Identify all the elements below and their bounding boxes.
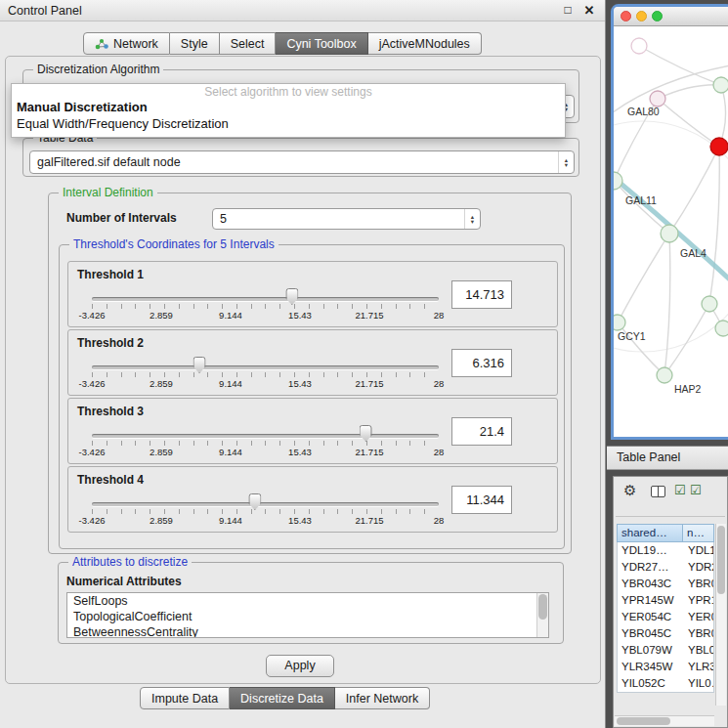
table-row[interactable]: YBR043CYBR0…	[618, 576, 713, 592]
slider-thumb[interactable]	[248, 493, 261, 510]
interval-definition-group: Interval Definition Number of Intervals …	[48, 193, 572, 554]
combo-stepper-icon[interactable]: ▴ ▾	[558, 151, 574, 173]
horizontal-scrollbar[interactable]	[615, 715, 714, 726]
table-row[interactable]: YBL079WYBL0…	[618, 642, 713, 659]
table-row[interactable]: YBR045CYBR0…	[618, 625, 713, 642]
list-item[interactable]: SelfLoops	[67, 593, 548, 609]
table-cell[interactable]: YLR345W	[618, 659, 684, 675]
table-cell[interactable]: YBR0…	[684, 576, 713, 592]
table-cell[interactable]: YDL1…	[684, 542, 713, 559]
list-item[interactable]: TopologicalCoefficient	[67, 609, 548, 624]
tab-jactivemnodules[interactable]: jActiveMNodules	[368, 32, 482, 55]
table-row[interactable]: YDL19…YDL1…	[618, 542, 713, 559]
threshold-1-slider[interactable]: -3.426 2.859 9.144 15.43 21.715 28	[92, 285, 439, 324]
network-node[interactable]	[657, 367, 672, 383]
network-canvas[interactable]: GAL80GAL11GAL4GCY1HAP2	[614, 26, 728, 437]
slider-thumb[interactable]	[360, 425, 372, 442]
network-window-titlebar[interactable]	[614, 7, 728, 26]
gear-icon[interactable]: ⚙	[623, 482, 636, 499]
threshold-4-value[interactable]: 11.344	[451, 486, 512, 514]
table-cell[interactable]: YER054C	[618, 609, 684, 625]
network-node[interactable]	[661, 225, 678, 242]
tick-label: -3.426	[79, 515, 106, 526]
slider-ticks	[92, 372, 439, 377]
threshold-2-slider[interactable]: -3.426 2.859 9.144 15.43 21.715 28	[92, 354, 439, 393]
threshold-1-value[interactable]: 14.713	[451, 280, 512, 309]
network-node[interactable]	[631, 38, 647, 54]
slider-thumb[interactable]	[193, 357, 206, 373]
table-cell[interactable]: YIL0…	[684, 675, 713, 692]
table-cell[interactable]: YBL079W	[618, 642, 684, 659]
select-all-check-icon[interactable]: ☑	[674, 483, 686, 497]
tick-label: 21.715	[355, 447, 383, 457]
network-node[interactable]	[614, 315, 625, 330]
scrollbar-thumb[interactable]	[717, 526, 725, 594]
tab-infer-network[interactable]: Infer Network	[335, 687, 430, 709]
network-node[interactable]	[614, 172, 622, 190]
list-scrollbar[interactable]	[536, 593, 548, 637]
control-panel-titlebar[interactable]: Control Panel □ ✕	[0, 0, 605, 21]
popup-option-manual[interactable]: Manual Discretization	[12, 100, 565, 116]
float-window-icon[interactable]: □	[560, 3, 576, 17]
cyni-toolbox-panel: Discretization Algorithm ▴ ▾ Select algo…	[5, 56, 601, 684]
table-row[interactable]: YIL052CYIL0…	[618, 675, 713, 692]
table-cell[interactable]: YBR0…	[684, 625, 713, 642]
table-cell[interactable]: YBR045C	[618, 625, 684, 642]
table-cell[interactable]: YPR145W	[618, 592, 684, 609]
vertical-scrollbar[interactable]	[715, 524, 726, 706]
table-panel-header[interactable]: Table Panel	[607, 446, 728, 470]
threshold-3-value[interactable]: 21.4	[451, 417, 512, 446]
tab-discretize-data[interactable]: Discretize Data	[230, 687, 335, 709]
slider-thumb[interactable]	[285, 288, 298, 305]
network-node[interactable]	[713, 77, 728, 93]
columns-icon[interactable]	[651, 486, 665, 497]
tick-label: 15.43	[288, 447, 312, 457]
select-none-check-icon[interactable]: ☑	[690, 483, 702, 497]
threshold-3-slider[interactable]: -3.426 2.859 9.144 15.43 21.715 28	[92, 422, 439, 461]
tab-select[interactable]: Select	[220, 32, 277, 55]
close-traffic-icon[interactable]	[621, 11, 631, 21]
scrollbar-thumb[interactable]	[538, 594, 547, 620]
threshold-2-value[interactable]: 6.316	[451, 349, 512, 377]
minimize-traffic-icon[interactable]	[636, 11, 647, 21]
zoom-traffic-icon[interactable]	[652, 11, 663, 21]
num-intervals-combo[interactable]: 5 ▴ ▾	[212, 208, 481, 230]
network-node[interactable]	[650, 91, 665, 107]
table-cell[interactable]: YDR27…	[618, 559, 684, 576]
slider-track[interactable]	[92, 365, 439, 369]
table-cell[interactable]: YDR2…	[684, 559, 713, 576]
table-cell[interactable]: YBR043C	[618, 576, 684, 592]
table-row[interactable]: YDR27…YDR2…	[618, 559, 713, 576]
threshold-label: Threshold 3	[77, 405, 144, 418]
table-row[interactable]: YER054CYER0…	[618, 609, 713, 625]
slider-track[interactable]	[92, 502, 439, 506]
popup-option-equal-width[interactable]: Equal Width/Frequency Discretization	[12, 116, 565, 133]
table-cell[interactable]: YER0…	[684, 609, 713, 625]
table-row[interactable]: YPR145WYPR1…	[618, 592, 713, 609]
combo-stepper-icon[interactable]: ▴ ▾	[464, 209, 480, 229]
slider-track[interactable]	[92, 297, 439, 301]
table-cell[interactable]: YBL0…	[684, 642, 713, 659]
network-node[interactable]	[710, 138, 728, 155]
column-header[interactable]: shared…	[617, 524, 683, 542]
table-cell[interactable]: YDL19…	[618, 542, 684, 559]
tab-network[interactable]: Network	[83, 32, 170, 55]
table-row[interactable]: YLR345WYLR3…	[618, 659, 713, 675]
slider-track[interactable]	[92, 434, 439, 438]
tab-impute-data[interactable]: Impute Data	[140, 687, 230, 709]
column-header[interactable]: n…	[683, 524, 714, 542]
tab-cyni-toolbox[interactable]: Cyni Toolbox	[276, 32, 367, 55]
list-item[interactable]: BetweennessCentrality	[67, 624, 548, 638]
table-cell[interactable]: YLR3…	[684, 659, 713, 675]
tab-style[interactable]: Style	[170, 32, 220, 55]
table-cell[interactable]: YIL052C	[618, 675, 684, 692]
threshold-4-slider[interactable]: -3.426 2.859 9.144 15.43 21.715 28	[92, 491, 439, 530]
apply-button[interactable]: Apply	[266, 655, 334, 677]
table-cell[interactable]: YPR1…	[684, 592, 713, 609]
table-data-combo[interactable]: galFiltered.sif default node ▴ ▾	[29, 150, 575, 174]
network-node[interactable]	[715, 321, 728, 336]
close-icon[interactable]: ✕	[581, 3, 597, 18]
numerical-attributes-list[interactable]: SelfLoopsTopologicalCoefficientBetweenne…	[66, 592, 549, 638]
network-node[interactable]	[702, 296, 717, 312]
scrollbar-thumb[interactable]	[617, 717, 670, 725]
